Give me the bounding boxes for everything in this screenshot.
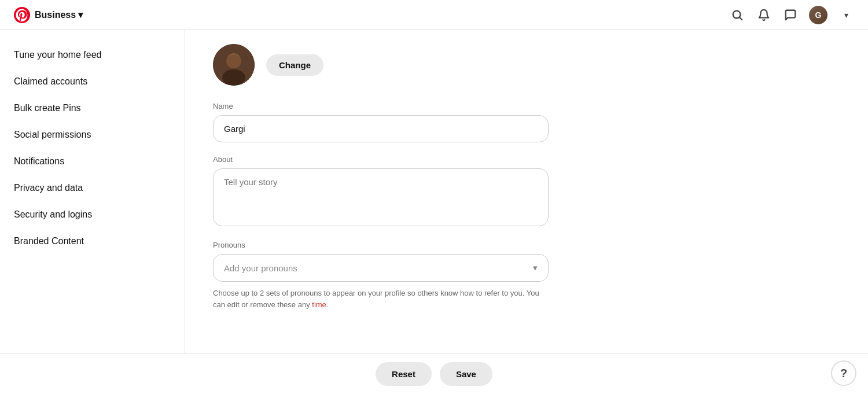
- name-input[interactable]: [213, 115, 549, 142]
- sidebar-item-security-and-logins[interactable]: Security and logins: [0, 201, 185, 228]
- about-field-group: About: [213, 155, 678, 228]
- pronouns-label: Pronouns: [213, 241, 678, 249]
- business-label-text: Business: [35, 10, 76, 20]
- chevron-down-icon: ▾: [533, 263, 538, 273]
- pronouns-dropdown[interactable]: Add your pronouns ▾: [213, 254, 549, 282]
- messages-button[interactable]: [782, 7, 799, 23]
- name-field-group: Name: [213, 102, 678, 142]
- pinterest-logo[interactable]: [14, 7, 30, 23]
- sidebar-item-branded-content[interactable]: Branded Content: [0, 228, 185, 255]
- pronouns-field-group: Pronouns Add your pronouns ▾ Choose up t…: [213, 241, 678, 310]
- sidebar: Tune your home feed Claimed accounts Bul…: [0, 30, 185, 394]
- help-button[interactable]: ?: [831, 360, 856, 386]
- account-chevron-icon[interactable]: ▾: [838, 7, 854, 23]
- sidebar-item-claimed-accounts[interactable]: Claimed accounts: [0, 68, 185, 95]
- profile-avatar: [213, 44, 255, 86]
- about-label: About: [213, 155, 678, 164]
- business-dropdown[interactable]: Business ▾: [35, 9, 83, 20]
- profile-photo-section: Change: [213, 44, 678, 86]
- sidebar-item-social-permissions[interactable]: Social permissions: [0, 121, 185, 148]
- name-label: Name: [213, 102, 678, 111]
- save-button[interactable]: Save: [440, 362, 492, 386]
- pronouns-placeholder: Add your pronouns: [224, 263, 297, 273]
- about-textarea[interactable]: [213, 168, 549, 226]
- settings-form: Change Name About Pronouns Add your pron…: [185, 30, 706, 394]
- sidebar-item-notifications[interactable]: Notifications: [0, 148, 185, 175]
- notification-button[interactable]: [756, 7, 772, 23]
- pronouns-hint-link[interactable]: time: [312, 300, 326, 309]
- header-right: G ▾: [729, 6, 854, 24]
- sidebar-item-tune-home-feed[interactable]: Tune your home feed: [0, 42, 185, 68]
- sidebar-item-bulk-create-pins[interactable]: Bulk create Pins: [0, 95, 185, 121]
- pronouns-hint: Choose up to 2 sets of pronouns to appea…: [213, 288, 549, 310]
- app-header: Business ▾ G ▾: [0, 0, 868, 30]
- bottom-action-bar: Reset Save: [0, 354, 868, 394]
- search-button[interactable]: [729, 7, 745, 23]
- chevron-down-icon: ▾: [78, 9, 83, 20]
- header-left: Business ▾: [14, 7, 83, 23]
- main-layout: Tune your home feed Claimed accounts Bul…: [0, 30, 868, 394]
- sidebar-item-privacy-and-data[interactable]: Privacy and data: [0, 175, 185, 201]
- svg-point-5: [222, 69, 245, 86]
- user-avatar[interactable]: G: [809, 6, 827, 24]
- svg-point-6: [226, 54, 241, 68]
- reset-button[interactable]: Reset: [376, 362, 432, 386]
- change-photo-button[interactable]: Change: [266, 54, 323, 76]
- svg-line-2: [740, 17, 742, 20]
